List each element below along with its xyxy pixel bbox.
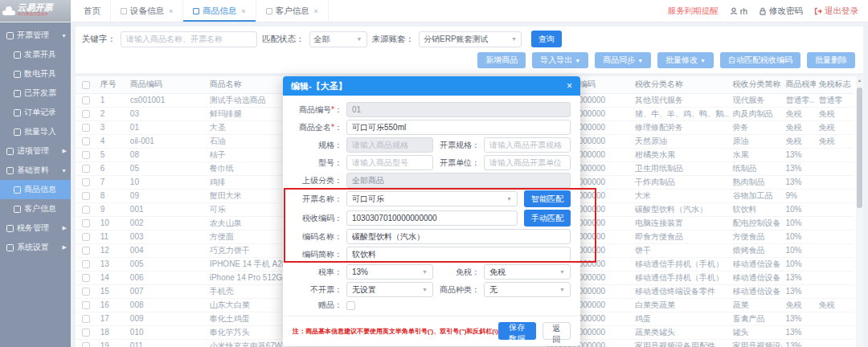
invoice-unit-field[interactable] [484,155,571,170]
cell-code: 05 [127,161,207,175]
product-kind-select[interactable]: 无 ▼ [484,282,571,297]
tab-设备信息[interactable]: 设备信息× [111,0,183,22]
sidebar-item-系统设置[interactable]: 系统设置▶ [0,238,71,257]
row-checkbox[interactable] [82,301,90,309]
back-button[interactable]: 返回 [542,322,571,340]
cell-code: 03 [127,107,207,120]
product-code-field[interactable] [346,102,571,117]
cell-free: 免税 [816,298,854,312]
invoice-spec-field[interactable] [484,137,571,153]
row-checkbox[interactable] [82,110,90,118]
tax-code-field[interactable] [346,210,518,226]
tab-客户信息[interactable]: 客户信息× [256,0,329,22]
cell-rate: 13% [782,148,815,161]
column-header-商品编码[interactable]: 商品编码 [127,76,207,93]
tax-free-select[interactable]: 免税 ▼ [484,264,571,280]
action-button-批量修改[interactable]: 批量修改▼ [657,52,714,68]
code-name-field[interactable] [346,229,571,244]
edit-product-modal: 编辑-【大圣】 × 商品编号*： 商品全名*： 规格： 开票规格： 型号： [283,76,580,346]
action-button-新增商品[interactable]: 新增商品 [477,52,526,68]
save-button[interactable]: 保存数据 [498,322,536,340]
smart-match-button[interactable]: 智能匹配 [524,190,571,207]
change-password-button[interactable]: 修改密码 [759,6,803,17]
row-checkbox[interactable] [82,233,90,241]
product-fullname-field[interactable] [346,120,571,135]
modal-header[interactable]: 编辑-【大圣】 × [283,76,580,96]
close-icon[interactable]: × [567,80,572,92]
scrollbar-thumb[interactable] [857,88,862,208]
user-menu[interactable]: rh [730,6,747,16]
row-checkbox[interactable] [82,137,90,145]
sidebar-item-已开发票[interactable]: 已开发票 [0,84,71,103]
column-header-税收分类简称[interactable]: 税收分类简称 [729,76,782,93]
row-checkbox[interactable] [82,342,90,347]
source-account-select[interactable]: 分销ERP账套测试 ▼ [419,31,522,47]
sidebar-item-开票管理[interactable]: 开票管理▼ [0,26,71,45]
tab-close-icon[interactable]: × [169,7,173,15]
scrollbar-up-icon[interactable]: ▲ [856,76,863,84]
row-checkbox[interactable] [82,274,90,282]
row-checkbox[interactable] [82,151,90,159]
row-checkbox[interactable] [82,219,90,227]
row-checkbox[interactable] [82,124,90,132]
chevron-down-icon: ▼ [422,287,428,292]
tab-首页[interactable]: 首页 [74,0,111,22]
cell-no: 2 [97,107,127,120]
code-short-field[interactable] [346,247,571,262]
row-checkbox[interactable] [82,206,90,214]
invoice-name-select[interactable]: 可口可乐 ▼ [346,191,518,206]
row-checkbox[interactable] [82,288,90,296]
column-header-免税标志[interactable]: 免税标志 [816,76,854,93]
cell-code: 010 [127,325,207,339]
invoice-spec-label: 开票规格： [433,140,480,151]
row-checkbox[interactable] [82,260,90,268]
match-status-select[interactable]: 全部 ▼ [309,31,367,47]
row-checkbox[interactable] [82,165,90,173]
select-all-checkbox[interactable] [82,81,90,89]
row-checkbox[interactable] [82,315,90,323]
sidebar-item-客户信息[interactable]: 客户信息 [0,199,71,218]
sidebar-item-订单记录[interactable]: 订单记录 [0,103,71,122]
tab-close-icon[interactable]: × [314,7,318,15]
service-expiry-reminder[interactable]: 服务到期提醒 [668,6,719,17]
row-checkbox[interactable] [82,192,90,200]
row-checkbox[interactable] [82,329,90,337]
parent-category-field[interactable] [346,173,571,188]
column-header-税收分类名称[interactable]: 税收分类名称 [632,76,730,93]
sidebar-item-基础资料[interactable]: 基础资料▼ [0,161,71,180]
action-button-商品同步[interactable]: 商品同步▼ [595,52,651,68]
action-button-导入导出[interactable]: 导入导出▼ [532,52,588,68]
action-button-自动匹配税收编码[interactable]: 自动匹配税收编码 [720,52,800,68]
logout-button[interactable]: 退出登录 [814,6,858,17]
sidebar-item-进项管理[interactable]: 进项管理▶ [0,141,71,161]
search-button[interactable]: 查询 [531,31,562,47]
row-checkbox[interactable] [82,178,90,186]
model-field[interactable] [346,155,433,170]
tab-bar: 首页设备信息×商品信息×客户信息× [74,0,329,22]
cell-no: 5 [97,148,127,161]
tax-rate-select[interactable]: 13% ▼ [346,264,433,280]
cell-rate: 免税 [782,107,815,120]
sidebar-item-数电开具[interactable]: 数电开具 [0,64,71,84]
tab-close-icon[interactable]: × [241,7,245,15]
sidebar-item-商品信息[interactable]: 商品信息 [0,180,71,199]
tab-商品信息[interactable]: 商品信息× [183,0,256,22]
row-checkbox[interactable] [82,96,90,104]
sidebar-item-税务管理[interactable]: 税务管理▶ [0,218,71,238]
manual-match-button[interactable]: 手动匹配 [524,210,571,227]
sidebar-item-label: 订单记录 [24,107,56,118]
gift-checkbox[interactable] [346,301,355,310]
spec-field[interactable] [346,137,433,153]
no-invoice-select[interactable]: 无设置 ▼ [346,282,433,297]
table-scrollbar[interactable]: ▲ [856,76,863,347]
sidebar-item-发票开具[interactable]: 发票开具 [0,45,71,64]
action-button-批量删除[interactable]: 批量删除 [807,52,855,68]
input-manage-icon [6,148,14,155]
sidebar-item-批量导入[interactable]: 批量导入 [0,122,71,141]
keyword-input[interactable] [121,31,257,47]
cell-rate: 10% [782,230,815,243]
row-checkbox[interactable] [82,247,90,255]
column-header-商品税率[interactable]: 商品税率 [782,76,815,93]
cell-tax_name: 大米 [632,189,730,202]
column-header-序号[interactable]: 序号 [97,76,127,93]
